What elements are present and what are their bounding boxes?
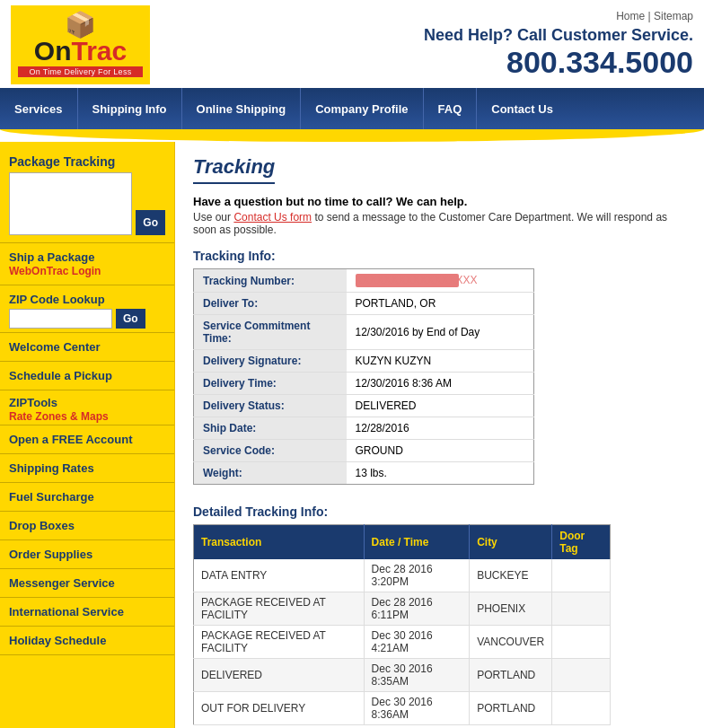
help-label: Need Help? Call Customer Service. <box>424 26 693 45</box>
table-cell: PACKAGE RECEIVED AT FACILITY <box>194 626 365 659</box>
divider-2 <box>0 285 174 285</box>
logo-brand: On Trac <box>34 38 127 65</box>
help-body-text: Use our <box>193 211 231 224</box>
table-cell: BUCKEYE <box>470 559 552 592</box>
delivery-time-label: Delivery Time: <box>194 373 347 395</box>
sidebar-item-holiday[interactable]: Holiday Schedule <box>0 626 174 655</box>
webontrac-login-link[interactable]: WebOnTrac Login <box>9 265 101 277</box>
table-cell <box>552 592 611 626</box>
signature-label: Delivery Signature: <box>194 350 347 373</box>
table-cell <box>552 559 611 592</box>
sidebar-item-international[interactable]: International Service <box>0 597 174 626</box>
sidebar-item-messenger[interactable]: Messenger Service <box>0 568 174 597</box>
table-cell: PORTLAND <box>470 659 552 692</box>
tracking-go-button[interactable]: Go <box>136 210 165 235</box>
tracking-info-table: Tracking Number: XXXXXXXXXXXXXXXXX Deliv… <box>193 268 534 485</box>
delivery-status-label: Delivery Status: <box>194 395 347 417</box>
nav-wave-decoration <box>0 129 704 142</box>
table-cell: DELIVERED <box>194 659 365 692</box>
col-city: City <box>470 525 552 560</box>
nav-item-services[interactable]: Services <box>0 88 78 129</box>
sidebar-item-drop-boxes[interactable]: Drop Boxes <box>0 511 174 539</box>
rate-zones-link[interactable]: Rate Zones & Maps <box>9 410 109 423</box>
logo-tagline: On Time Delivery For Less <box>18 66 143 77</box>
ship-date-value: 12/28/2016 <box>347 417 534 440</box>
table-row: Tracking Number: XXXXXXXXXXXXXXXXX <box>194 269 534 293</box>
table-row: Ship Date: 12/28/2016 <box>194 417 534 440</box>
logo[interactable]: 📦 On Trac On Time Delivery For Less <box>11 5 150 84</box>
ship-package-title: Ship a Package <box>9 250 165 264</box>
nav-bar: Services Shipping Info Online Shipping C… <box>0 88 704 129</box>
table-cell: Dec 30 2016 8:35AM <box>364 659 470 692</box>
header-right: Home | Sitemap Need Help? Call Customer … <box>424 10 693 80</box>
nav-item-online-shipping[interactable]: Online Shipping <box>182 88 302 129</box>
table-row: Delivery Time: 12/30/2016 8:36 AM <box>194 373 534 395</box>
home-link[interactable]: Home <box>616 10 645 22</box>
list-item: PACKAGE RECEIVED AT FACILITYDec 28 2016 … <box>194 592 611 626</box>
top-links: Home | Sitemap <box>424 10 693 22</box>
table-cell: PACKAGE RECEIVED AT FACILITY <box>194 592 365 626</box>
detail-header-row: Transaction Date / Time City Door Tag <box>194 525 611 560</box>
delivery-time-value: 12/30/2016 8:36 AM <box>347 373 534 395</box>
nav-item-company-profile[interactable]: Company Profile <box>301 88 423 129</box>
weight-label: Weight: <box>194 462 347 485</box>
sidebar-item-shipping-rates[interactable]: Shipping Rates <box>0 453 174 482</box>
delivery-status-value: DELIVERED <box>347 395 534 417</box>
zip-go-button[interactable]: Go <box>116 309 145 329</box>
sidebar-item-open-account[interactable]: Open a FREE Account <box>0 425 174 453</box>
deliver-to-label: Deliver To: <box>194 293 347 315</box>
package-tracking-title: Package Tracking <box>9 154 165 169</box>
table-cell <box>552 692 611 725</box>
detail-tracking-title: Detailed Tracking Info: <box>193 504 686 519</box>
sidebar-item-welcome[interactable]: Welcome Center <box>0 332 174 361</box>
table-row: Service Commitment Time: 12/30/2016 by E… <box>194 315 534 350</box>
table-cell: Dec 28 2016 3:20PM <box>364 559 470 592</box>
col-transaction: Transaction <box>194 525 365 560</box>
tracking-number-value: XXXXXXXXXXXXXXXXX <box>347 269 534 293</box>
table-cell <box>552 626 611 659</box>
col-datetime: Date / Time <box>364 525 470 560</box>
content-area: Tracking Have a question but no time to … <box>175 142 704 728</box>
table-row: Deliver To: PORTLAND, OR <box>194 293 534 315</box>
table-cell <box>552 659 611 692</box>
divider-1 <box>0 242 174 243</box>
table-cell: DATA ENTRY <box>194 559 365 592</box>
table-cell: PORTLAND <box>470 692 552 725</box>
zip-lookup-input[interactable] <box>9 309 112 329</box>
table-row: Weight: 13 lbs. <box>194 462 534 485</box>
sitemap-link[interactable]: Sitemap <box>654 10 693 22</box>
nav-item-contact-us[interactable]: Contact Us <box>477 88 568 129</box>
ship-date-label: Ship Date: <box>194 417 347 440</box>
table-cell: OUT FOR DELIVERY <box>194 692 365 725</box>
table-cell: Dec 30 2016 8:36AM <box>364 692 470 725</box>
sidebar-item-schedule[interactable]: Schedule a Pickup <box>0 361 174 390</box>
list-item: OUT FOR DELIVERYDec 30 2016 8:36AMPORTLA… <box>194 692 611 725</box>
sidebar-item-fuel-surcharge[interactable]: Fuel Surcharge <box>0 482 174 511</box>
redacted-tracking: XXXXXXXXXXXXXXXXX <box>356 274 459 287</box>
list-item: PACKAGE RECEIVED AT FACILITYDec 30 2016 … <box>194 626 611 659</box>
col-doortag: Door Tag <box>552 525 611 560</box>
nav-item-shipping-info[interactable]: Shipping Info <box>78 88 182 129</box>
tracking-info-title: Tracking Info: <box>193 249 686 263</box>
weight-value: 13 lbs. <box>347 462 534 485</box>
sidebar: Package Tracking Go Ship a Package WebOn… <box>0 142 175 728</box>
help-heading: Have a question but no time to call? We … <box>193 195 686 208</box>
table-cell: Dec 28 2016 6:11PM <box>364 592 470 626</box>
help-section: Have a question but no time to call? We … <box>193 195 686 236</box>
header: 📦 On Trac On Time Delivery For Less Home… <box>0 0 704 88</box>
contact-us-form-link[interactable]: Contact Us form <box>233 211 312 224</box>
signature-value: KUZYN KUZYN <box>347 350 534 373</box>
commitment-value: 12/30/2016 by End of Day <box>347 315 534 350</box>
nav-item-faq[interactable]: FAQ <box>424 88 478 129</box>
page-title: Tracking <box>193 155 275 184</box>
table-cell: PHOENIX <box>470 592 552 626</box>
table-row: Service Code: GROUND <box>194 440 534 462</box>
deliver-to-value: PORTLAND, OR <box>347 293 534 315</box>
sidebar-item-order-supplies[interactable]: Order Supplies <box>0 539 174 568</box>
phone-number: 800.334.5000 <box>424 45 693 80</box>
package-tracking-input[interactable] <box>9 172 132 235</box>
table-cell: Dec 30 2016 4:21AM <box>364 626 470 659</box>
ziptools-title: ZIPTools <box>9 396 165 409</box>
service-code-value: GROUND <box>347 440 534 462</box>
help-body: Use our Contact Us form to send a messag… <box>193 211 686 236</box>
